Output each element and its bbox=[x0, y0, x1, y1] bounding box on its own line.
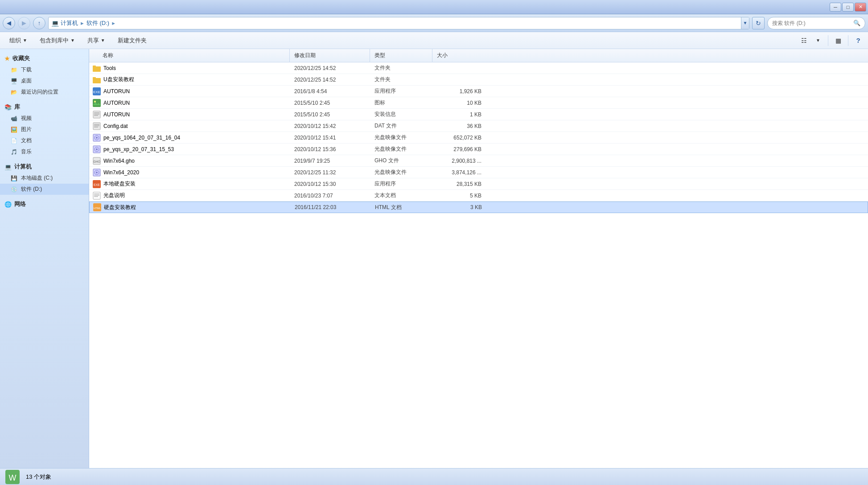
file-type-cell: HTML 文档 bbox=[370, 204, 433, 211]
table-row[interactable]: 光盘说明 2016/10/23 7:07 文本文档 5 KB bbox=[89, 190, 868, 201]
table-row[interactable]: AUTORUN 2015/5/10 2:45 图标 10 KB bbox=[89, 97, 868, 109]
sidebar-favorites-header[interactable]: ★ 收藏夹 bbox=[0, 53, 89, 64]
svg-point-26 bbox=[96, 172, 98, 173]
file-type-icon bbox=[93, 145, 101, 153]
table-row[interactable]: GHO Win7x64.gho 2019/9/7 19:25 GHO 文件 2,… bbox=[89, 155, 868, 167]
archive-button[interactable]: 包含到库中 ▼ bbox=[34, 34, 81, 47]
search-icon: 🔍 bbox=[853, 20, 860, 26]
view-options-button[interactable]: ☷ bbox=[798, 34, 810, 47]
table-row[interactable]: EXE 本地硬盘安装 2020/10/12 15:30 应用程序 28,315 … bbox=[89, 178, 868, 190]
main-content: ★ 收藏夹 📁 下载 🖥️ 桌面 📂 最近访问的位置 📚 库 bbox=[0, 49, 868, 468]
file-date-cell: 2015/5/10 2:45 bbox=[290, 111, 370, 118]
file-name-cell: GHO Win7x64.gho bbox=[89, 157, 290, 165]
sidebar-library-header[interactable]: 📚 库 bbox=[0, 101, 89, 113]
help-button[interactable]: ? bbox=[852, 34, 864, 47]
status-bar: W 13 个对象 bbox=[0, 468, 868, 485]
col-date-header[interactable]: 修改日期 bbox=[290, 49, 370, 62]
svg-text:EXE: EXE bbox=[94, 183, 100, 186]
sidebar-item-desktop[interactable]: 🖥️ 桌面 bbox=[0, 75, 89, 86]
table-row[interactable]: pe_yqs_xp_20_07_31_15_53 2020/10/12 15:3… bbox=[89, 144, 868, 155]
table-row[interactable]: U盘安装教程 2020/12/25 14:52 文件夹 bbox=[89, 74, 868, 86]
refresh-button[interactable]: ↻ bbox=[752, 17, 765, 29]
file-type-cell: 应用程序 bbox=[370, 180, 432, 188]
col-size-header[interactable]: 大小 bbox=[432, 49, 486, 62]
new-folder-button[interactable]: 新建文件夹 bbox=[112, 34, 152, 47]
file-name: pe_yqs_1064_20_07_31_16_04 bbox=[103, 135, 180, 141]
file-name: 光盘说明 bbox=[103, 192, 125, 199]
file-type-cell: DAT 文件 bbox=[370, 122, 432, 130]
sidebar-item-drive-d[interactable]: 💿 软件 (D:) bbox=[0, 184, 89, 195]
col-size-label: 大小 bbox=[437, 52, 448, 59]
window-controls: ─ □ ✕ bbox=[830, 3, 866, 12]
preview-button[interactable]: ▦ bbox=[832, 34, 844, 47]
sidebar-item-download[interactable]: 📁 下载 bbox=[0, 64, 89, 75]
file-size-cell: 1 KB bbox=[432, 111, 486, 118]
share-button[interactable]: 共享 ▼ bbox=[82, 34, 111, 47]
breadcrumb-computer[interactable]: 💻 计算机 bbox=[51, 19, 78, 27]
col-name-label: 名称 bbox=[103, 52, 113, 59]
file-date-cell: 2020/12/25 14:52 bbox=[290, 77, 370, 83]
col-type-label: 类型 bbox=[374, 52, 385, 59]
file-name: Win7x64_2020 bbox=[103, 169, 139, 176]
table-row[interactable]: HTML 硬盘安装教程 2016/11/21 22:03 HTML 文档 3 K… bbox=[89, 201, 868, 213]
table-row[interactable]: AUTORUN 2015/5/10 2:45 安装信息 1 KB bbox=[89, 109, 868, 120]
breadcrumb-drive[interactable]: 软件 (D:) bbox=[86, 19, 109, 27]
file-size-cell: 3,874,126 ... bbox=[432, 169, 486, 176]
archive-label: 包含到库中 bbox=[40, 37, 69, 45]
sidebar-item-document[interactable]: 📄 文档 bbox=[0, 135, 89, 146]
table-row[interactable]: Tools 2020/12/25 14:52 文件夹 bbox=[89, 62, 868, 74]
file-name-cell: EXE 本地硬盘安装 bbox=[89, 180, 290, 188]
sidebar-item-recent[interactable]: 📂 最近访问的位置 bbox=[0, 86, 89, 98]
file-type-icon bbox=[93, 192, 101, 200]
drive-c-label: 本地磁盘 (C:) bbox=[21, 174, 53, 182]
table-row[interactable]: pe_yqs_1064_20_07_31_16_04 2020/10/12 15… bbox=[89, 132, 868, 144]
file-type-cell: 图标 bbox=[370, 99, 432, 107]
svg-rect-6 bbox=[93, 99, 101, 107]
view-dropdown-button[interactable]: ▼ bbox=[812, 34, 824, 47]
computer-icon: 💻 bbox=[4, 164, 12, 170]
search-bar[interactable]: 🔍 bbox=[767, 17, 865, 29]
forward-button[interactable]: ▶ bbox=[18, 17, 30, 29]
table-row[interactable]: EXE AUTORUN 2016/1/8 4:54 应用程序 1,926 KB bbox=[89, 86, 868, 97]
address-bar: ◀ ▶ ↑ 💻 计算机 ► 软件 (D:) ► ▼ ↻ 🔍 bbox=[0, 14, 868, 32]
toolbar-separator2 bbox=[848, 35, 848, 46]
back-button[interactable]: ◀ bbox=[3, 17, 15, 29]
recent-label: 最近访问的位置 bbox=[21, 88, 58, 96]
file-type-cell: 光盘映像文件 bbox=[370, 134, 432, 141]
svg-point-18 bbox=[96, 137, 98, 139]
drive-d-icon: 💿 bbox=[11, 186, 17, 193]
search-input[interactable] bbox=[772, 20, 851, 26]
sidebar-item-drive-c[interactable]: 💾 本地磁盘 (C:) bbox=[0, 173, 89, 184]
sidebar-computer-section: 💻 计算机 💾 本地磁盘 (C:) 💿 软件 (D:) bbox=[0, 161, 89, 195]
file-name-cell: AUTORUN bbox=[89, 99, 290, 107]
sidebar-item-music[interactable]: 🎵 音乐 bbox=[0, 146, 89, 157]
archive-dropdown-icon: ▼ bbox=[70, 38, 75, 43]
maximize-button[interactable]: □ bbox=[842, 3, 854, 12]
breadcrumb-drive-label: 软件 (D:) bbox=[86, 19, 109, 27]
sidebar-computer-header[interactable]: 💻 计算机 bbox=[0, 161, 89, 173]
file-name-cell: U盘安装教程 bbox=[89, 76, 290, 84]
breadcrumb-dropdown[interactable]: ▼ bbox=[741, 17, 749, 29]
sidebar-item-picture[interactable]: 🖼️ 图片 bbox=[0, 124, 89, 135]
organize-button[interactable]: 组织 ▼ bbox=[4, 34, 33, 47]
table-row[interactable]: Win7x64_2020 2020/12/25 11:32 光盘映像文件 3,8… bbox=[89, 167, 868, 178]
minimize-button[interactable]: ─ bbox=[830, 3, 841, 12]
file-size-cell: 279,696 KB bbox=[432, 146, 486, 152]
file-type-icon: EXE bbox=[93, 180, 101, 188]
file-list-area: 名称 修改日期 类型 大小 Tools 2020/12/25 14:52 文件夹… bbox=[89, 49, 868, 468]
close-button[interactable]: ✕ bbox=[855, 3, 866, 12]
file-type-icon bbox=[93, 111, 101, 119]
file-date-cell: 2020/12/25 11:32 bbox=[290, 169, 370, 176]
desktop-icon: 🖥️ bbox=[11, 78, 17, 84]
col-name-header[interactable]: 名称 bbox=[89, 49, 290, 62]
sidebar-item-video[interactable]: 📹 视频 bbox=[0, 113, 89, 124]
up-button[interactable]: ↑ bbox=[33, 17, 45, 29]
file-name-cell: pe_yqs_1064_20_07_31_16_04 bbox=[89, 134, 290, 142]
table-row[interactable]: Config.dat 2020/10/12 15:42 DAT 文件 36 KB bbox=[89, 120, 868, 132]
col-type-header[interactable]: 类型 bbox=[370, 49, 432, 62]
svg-rect-8 bbox=[93, 111, 100, 118]
file-rows: Tools 2020/12/25 14:52 文件夹 U盘安装教程 2020/1… bbox=[89, 62, 868, 468]
file-type-cell: 安装信息 bbox=[370, 111, 432, 118]
sidebar-network-header[interactable]: 🌐 网络 bbox=[0, 198, 89, 210]
svg-text:GHO: GHO bbox=[93, 160, 101, 163]
